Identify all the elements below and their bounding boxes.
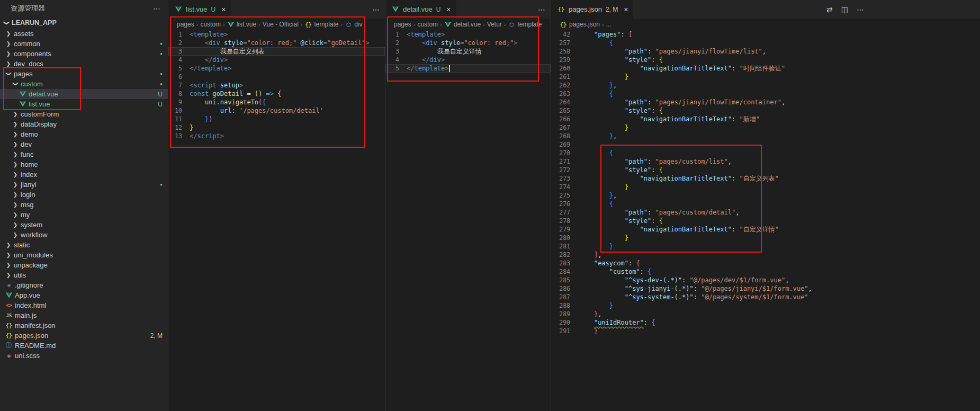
code-line[interactable]: 4 </div> (168, 56, 385, 64)
code-line[interactable]: 258 "path": "pages/jianyi/flowTime/list"… (551, 47, 980, 56)
open-changes-icon[interactable]: ⇄ (826, 5, 833, 14)
tree-item[interactable]: ❯dev (0, 139, 168, 149)
project-root[interactable]: ❯ LEARUN_APP (0, 17, 168, 29)
code-line[interactable]: 276 { (551, 200, 980, 208)
breadcrumb-item[interactable]: ⬡div (345, 21, 362, 28)
tree-item[interactable]: ❯my (0, 210, 168, 220)
code-line[interactable]: 2 <div style="color: red;" @click="goDet… (168, 39, 385, 47)
code-line[interactable]: 287 "^sys-system-(.*)": "@/pages/system/… (551, 293, 980, 301)
tree-item[interactable]: ❯customForm (0, 109, 168, 119)
code-line[interactable]: 278 "style": { (551, 217, 980, 225)
tree-item[interactable]: ❯custom● (0, 79, 168, 89)
tree-item[interactable]: ❯index (0, 169, 168, 180)
tree-item[interactable]: JSmain.js (0, 310, 168, 320)
code-line[interactable]: 289 }, (551, 310, 980, 318)
code-line[interactable]: 281 } (551, 242, 980, 251)
code-line[interactable]: 13</script> (168, 132, 385, 140)
code-line[interactable]: 12} (168, 123, 385, 132)
tree-item[interactable]: {}manifest.json (0, 320, 168, 330)
code-line[interactable]: 268 }, (551, 132, 980, 140)
code-line[interactable]: 259 "style": { (551, 56, 980, 64)
editor-tab[interactable]: list.vueU× (168, 0, 231, 19)
code-line[interactable]: 10 url: '/pages/custom/detail' (168, 106, 385, 115)
code-line[interactable]: 11 }) (168, 115, 385, 123)
tree-item[interactable]: ❯demo (0, 129, 168, 139)
code-line[interactable]: 257 { (551, 39, 980, 47)
close-icon[interactable]: × (221, 6, 226, 13)
tree-item[interactable]: <>index.html (0, 300, 168, 310)
more-icon[interactable]: ⋯ (538, 5, 545, 14)
code-line[interactable]: 282 ], (551, 251, 980, 259)
code-line[interactable]: 273 "navigationBarTitleText": "自定义列表" (551, 174, 980, 183)
breadcrumb-item[interactable]: {}template (304, 21, 338, 28)
code-line[interactable]: 42 "pages": [ (551, 30, 980, 39)
code-line[interactable]: 286 "^sys-jianyi-(.*)": "@/pages/jianyi/… (551, 284, 980, 293)
code-line[interactable]: 266 "navigationBarTitleText": "新增" (551, 115, 980, 123)
breadcrumb-item[interactable]: pages (177, 21, 194, 28)
code-line[interactable]: 275 }, (551, 191, 980, 200)
close-icon[interactable]: × (624, 6, 628, 13)
editor-tab[interactable]: {}pages.json2, M× (551, 0, 634, 19)
tree-item[interactable]: ❯assets (0, 29, 168, 39)
code-line[interactable]: 260 "navigationBarTitleText": "时间组件验证" (551, 64, 980, 73)
code-line[interactable]: 263 { (551, 90, 980, 98)
code-line[interactable]: 267 } (551, 123, 980, 132)
code-line[interactable]: 269 (551, 140, 980, 149)
tree-item[interactable]: ❯dev_docs (0, 59, 168, 69)
code-line[interactable]: 264 "path": "pages/jianyi/flowTime/conta… (551, 98, 980, 106)
code-line[interactable]: 272 "style": { (551, 166, 980, 174)
tree-item[interactable]: ❯pages● (0, 69, 168, 79)
code-line[interactable]: 1<template> (168, 30, 385, 39)
split-editor-icon[interactable]: ◫ (841, 5, 848, 14)
code-line[interactable]: 284 "custom": { (551, 267, 980, 276)
code-line[interactable]: 2 <div style="color: red;"> (385, 39, 551, 47)
code-line[interactable]: 6 (168, 73, 385, 81)
code-area[interactable]: 42 "pages": [257 {258 "path": "pages/jia… (551, 30, 980, 411)
code-area[interactable]: 1<template>2 <div style="color: red;">3 … (385, 30, 551, 411)
code-line[interactable]: 262 }, (551, 81, 980, 90)
breadcrumb-item[interactable]: {}pages.json (560, 21, 600, 28)
breadcrumb-item[interactable]: ⬡template (508, 21, 542, 28)
tree-item[interactable]: ❯msg (0, 200, 168, 210)
tree-item[interactable]: ❯workflow (0, 230, 168, 240)
code-line[interactable]: 3 我是自定义列表 (168, 47, 385, 56)
tree-item[interactable]: ◈.gitignore (0, 280, 168, 290)
breadcrumb-item[interactable]: Vetur (487, 21, 502, 28)
code-line[interactable]: 271 "path": "pages/custom/list", (551, 157, 980, 166)
code-line[interactable]: 279 "navigationBarTitleText": "自定义详情" (551, 225, 980, 234)
more-icon[interactable]: ⋯ (372, 5, 380, 14)
code-line[interactable]: 5</template> (168, 64, 385, 73)
code-line[interactable]: 290 "uniIdRouter": { (551, 318, 980, 327)
tree-item[interactable]: ❯home (0, 159, 168, 169)
tree-item[interactable]: ❯system (0, 220, 168, 230)
code-line[interactable]: 291 } (551, 327, 980, 335)
code-line[interactable]: 274 } (551, 183, 980, 191)
code-line[interactable]: 265 "style": { (551, 106, 980, 115)
code-line[interactable]: 270 { (551, 149, 980, 157)
tree-item[interactable]: ❯dataDisplay (0, 119, 168, 129)
code-line[interactable]: 8const goDetail = () => { (168, 90, 385, 98)
code-line[interactable]: 4 </div> (385, 56, 551, 64)
breadcrumb-item[interactable]: detail.vue (444, 21, 481, 28)
tree-item[interactable]: ❯components● (0, 49, 168, 59)
code-line[interactable]: 7<script setup> (168, 81, 385, 90)
code-line[interactable]: 261 } (551, 73, 980, 81)
code-line[interactable]: 3 我是自定义详情 (385, 47, 551, 56)
code-line[interactable]: 277 "path": "pages/custom/detail", (551, 208, 980, 217)
breadcrumb-item[interactable]: list.vue (227, 21, 256, 28)
code-line[interactable]: 285 "^sys-dev-(.*)": "@/pages/dev/$1/for… (551, 276, 980, 284)
tree-item[interactable]: {}pages.json2, M (0, 330, 168, 341)
more-actions-icon[interactable]: ⋯ (153, 4, 160, 13)
breadcrumb-item[interactable]: ... (606, 21, 612, 28)
tree-item[interactable]: ❯utils (0, 270, 168, 280)
breadcrumb-item[interactable]: Vue - Official (263, 21, 299, 28)
code-line[interactable]: 283 "easycom": { (551, 259, 980, 267)
code-line[interactable]: 288 } (551, 301, 980, 310)
tree-item[interactable]: list.vueU (0, 99, 168, 109)
code-line[interactable]: 1<template> (385, 30, 551, 39)
tree-item[interactable]: App.vue (0, 290, 168, 300)
editor-tab[interactable]: detail.vueU× (385, 0, 457, 19)
breadcrumb-item[interactable]: custom (200, 21, 221, 28)
code-line[interactable]: 5</template> (385, 64, 551, 73)
tree-item[interactable]: ⓘREADME.md (0, 341, 168, 351)
